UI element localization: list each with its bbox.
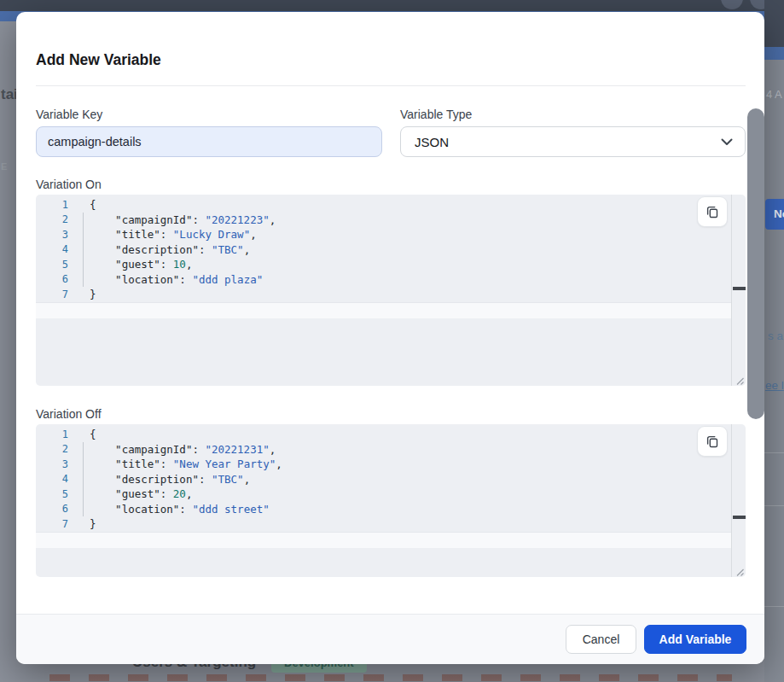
variation-on-label: Variation On [36,178,102,191]
line-number: 7 [36,518,68,530]
line-number: 1 [36,199,68,211]
code-line[interactable]: 7} [36,287,731,302]
divider [36,85,746,86]
line-number: 5 [36,488,68,500]
variation-on-editor[interactable]: 1{2 "campaignId": "20221223",3 "title": … [36,195,746,386]
background-page-title-fragment: tai [1,86,18,103]
background-navbar [0,0,764,11]
editor-scrollbar-track [731,424,732,577]
line-number: 2 [36,213,68,225]
code-line[interactable]: 3 "title": "New Year Party", [36,457,731,472]
background-row-divider [764,606,784,607]
variable-type-label: Variable Type [400,108,472,121]
modal-scrollbar-thumb[interactable] [747,108,764,419]
resize-handle-icon[interactable] [734,565,745,576]
code-line[interactable]: 5 "guest": 10, [36,257,731,272]
copy-button[interactable] [697,426,728,457]
background-row-divider [764,505,784,506]
code-line[interactable]: 7} [36,516,731,532]
line-number: 2 [36,443,68,455]
background-right-strip: 4 A Ne s a ee l [764,0,784,682]
code-line[interactable]: 6 "location": "ddd plaza" [36,272,731,288]
code-line[interactable]: 3 "title": "Lucky Draw", [36,227,731,242]
add-variable-button[interactable]: Add Variable [644,625,746,654]
line-number: 6 [36,273,68,285]
code-line[interactable]: 1{ [36,427,731,442]
resize-handle-icon[interactable] [734,374,745,385]
background-navbar-right [764,0,784,47]
line-number: 3 [36,229,68,241]
code-area[interactable]: 1{2 "campaignId": "20221223",3 "title": … [36,197,731,302]
line-number: 7 [36,289,68,300]
code-area[interactable]: 1{2 "campaignId": "20221231",3 "title": … [36,427,731,532]
variable-type-selected-value: JSON [415,135,449,149]
line-number: 3 [36,458,68,470]
copy-icon [706,205,719,219]
copy-icon [706,434,719,448]
line-number: 4 [36,243,68,255]
editor-scrollbar-thumb[interactable] [733,516,746,519]
variable-key-input[interactable] [36,126,382,157]
line-number: 1 [36,428,68,440]
variation-off-label: Variation Off [36,407,102,421]
variation-off-editor[interactable]: 1{2 "campaignId": "20221231",3 "title": … [36,424,746,577]
editor-scrollbar-thumb[interactable] [733,287,746,290]
code-line[interactable]: 4 "description": "TBC", [36,472,731,487]
code-line[interactable]: 2 "campaignId": "20221231", [36,442,731,458]
code-line[interactable]: 5 "guest": 20, [36,487,731,502]
code-line[interactable]: 4 "description": "TBC", [36,242,731,258]
background-content-row [49,674,732,681]
background-row-divider [764,452,784,453]
add-new-variable-dialog: Add New Variable Variable Key Variable T… [16,12,764,664]
chevron-down-icon [721,138,733,146]
background-text-fragment: s a [768,329,783,342]
dialog-footer: Cancel Add Variable [16,614,764,664]
code-line[interactable]: 2 "campaignId": "20221223", [36,213,731,228]
screen: tai E Users & Targeting Development 4 A … [0,0,784,682]
editor-scrollbar-track [731,195,732,386]
editor-hscroll-area [36,532,731,548]
background-date-fragment: 4 A [766,88,782,101]
line-number: 5 [36,259,68,271]
cancel-button[interactable]: Cancel [566,625,636,654]
variable-key-label: Variable Key [36,108,102,121]
line-number: 6 [36,503,68,515]
dialog-title: Add New Variable [36,51,161,69]
code-line[interactable]: 1{ [36,197,731,213]
editor-hscroll-area [36,302,731,318]
background-label-fragment: E [1,161,7,172]
background-accent-strip-right [764,47,784,60]
code-line[interactable]: 6 "location": "ddd street" [36,502,731,517]
copy-button[interactable] [697,196,728,227]
line-number: 4 [36,473,68,485]
variable-type-select[interactable]: JSON [400,126,746,157]
background-link-fragment: ee l [765,379,784,392]
background-new-button-fragment: Ne [765,199,784,230]
